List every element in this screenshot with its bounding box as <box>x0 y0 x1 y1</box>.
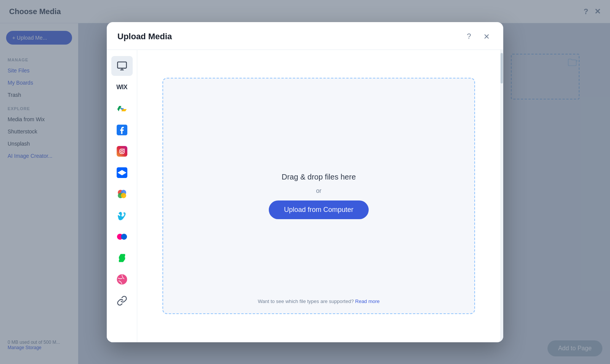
dropzone-area: Drag & drop files here or Upload from Co… <box>137 50 500 342</box>
source-dropbox[interactable] <box>111 163 133 183</box>
source-facebook[interactable] <box>111 120 133 140</box>
modal-title: Upload Media <box>117 32 172 42</box>
modal-header-actions: ? ✕ <box>463 30 493 43</box>
svg-rect-4 <box>117 146 127 157</box>
footer-text: Want to see which file types are support… <box>258 298 354 304</box>
source-icon-sidebar: WIX <box>107 50 137 342</box>
modal-scrollbar-thumb <box>501 53 503 83</box>
source-pinwheel[interactable] <box>111 184 133 204</box>
modal-overlay: Upload Media ? ✕ <box>0 0 610 364</box>
read-more-link[interactable]: Read more <box>355 298 380 304</box>
source-vimeo[interactable] <box>111 205 133 225</box>
modal-help-icon: ? <box>467 32 471 41</box>
source-wix[interactable]: WIX <box>111 77 133 97</box>
upload-media-modal: Upload Media ? ✕ <box>107 22 503 342</box>
svg-point-15 <box>121 234 127 240</box>
dropzone[interactable]: Drag & drop files here or Upload from Co… <box>162 78 475 314</box>
source-google-drive[interactable] <box>111 99 133 119</box>
source-computer[interactable] <box>111 56 133 76</box>
source-link[interactable] <box>111 291 133 311</box>
modal-close-button[interactable]: ✕ <box>480 30 493 43</box>
svg-point-7 <box>124 149 124 149</box>
source-deviantart[interactable] <box>111 248 133 268</box>
dropzone-or: or <box>316 188 321 194</box>
dropzone-title: Drag & drop files here <box>282 173 356 181</box>
modal-help-button[interactable]: ? <box>463 30 475 43</box>
source-instagram[interactable] <box>111 141 133 161</box>
source-dribbble[interactable] <box>111 269 133 289</box>
upload-from-computer-button[interactable]: Upload from Computer <box>269 200 369 219</box>
modal-body: WIX <box>107 50 503 342</box>
wix-label: WIX <box>116 84 127 91</box>
svg-rect-2 <box>117 62 126 68</box>
modal-close-icon: ✕ <box>483 32 490 41</box>
svg-point-12 <box>121 193 126 198</box>
modal-scrollbar[interactable] <box>500 50 503 342</box>
source-flickr[interactable] <box>111 227 133 247</box>
dropzone-footer: Want to see which file types are support… <box>258 298 380 304</box>
modal-header: Upload Media ? ✕ <box>107 22 503 50</box>
